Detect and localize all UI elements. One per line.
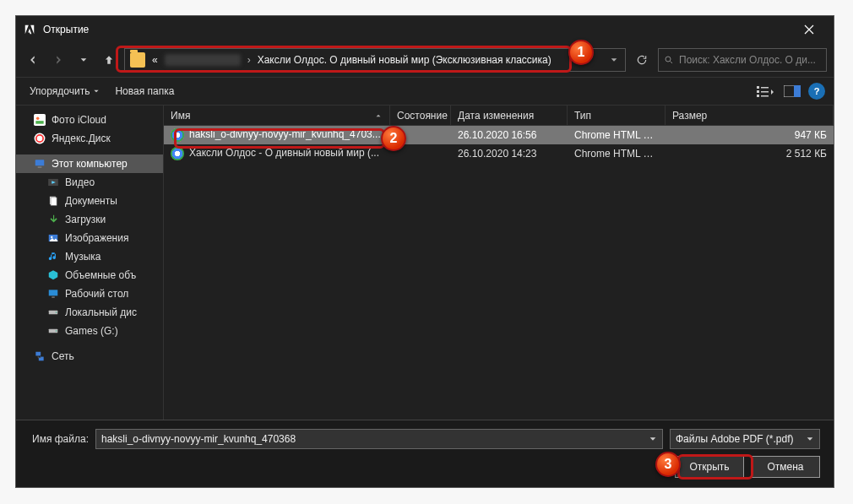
- breadcrumb-chevron[interactable]: [606, 52, 622, 68]
- col-size[interactable]: Размер: [666, 106, 834, 125]
- refresh-button[interactable]: [631, 49, 653, 71]
- search-input[interactable]: Поиск: Хаксли Олдос. О ди...: [658, 48, 827, 72]
- svg-point-0: [666, 57, 671, 62]
- col-date[interactable]: Дата изменения: [451, 106, 568, 125]
- help-button[interactable]: ?: [808, 83, 825, 100]
- nav-row: « › Хаксли Олдос. О дивный новый мир (Эк…: [16, 43, 834, 77]
- callout-3: 3: [655, 452, 681, 477]
- svg-rect-5: [761, 91, 769, 93]
- footer: Имя файла: haksli_o-divnyy-novyy-mir_kvu…: [16, 420, 834, 487]
- pictures-icon: [46, 231, 60, 245]
- col-type[interactable]: Тип: [568, 106, 666, 125]
- open-dialog: 1 2 3 Открытие « › Хаксли Олдос. О: [15, 15, 834, 488]
- svg-rect-2: [757, 90, 759, 93]
- back-button[interactable]: [23, 50, 43, 70]
- disk-icon: [46, 306, 60, 319]
- column-headers[interactable]: Имя Состояние Дата изменения Тип Размер: [164, 106, 834, 126]
- view-options-button[interactable]: [754, 83, 776, 100]
- file-row[interactable]: Хаксли Олдос - О дивный новый мир (... 2…: [164, 144, 834, 163]
- forward-button[interactable]: [48, 50, 68, 70]
- filetype-dropdown[interactable]: [802, 431, 818, 447]
- chrome-icon: [171, 147, 184, 160]
- breadcrumb-prefix: «: [152, 54, 158, 66]
- sidebar-item-music[interactable]: Музыка: [16, 247, 163, 266]
- recent-dropdown[interactable]: [73, 50, 94, 70]
- sidebar: Фото iCloud Яндекс.Диск Этот компьютер В…: [16, 106, 164, 420]
- svg-rect-6: [761, 95, 769, 97]
- breadcrumb-sep: ›: [247, 54, 251, 66]
- toolbar: Упорядочить Новая папка ?: [16, 77, 834, 106]
- svg-rect-22: [52, 297, 55, 298]
- svg-rect-3: [757, 95, 759, 97]
- chrome-icon: [171, 128, 184, 142]
- cancel-button[interactable]: Отмена: [751, 456, 820, 478]
- filetype-select[interactable]: Файлы Adobe PDF (*.pdf): [670, 429, 820, 449]
- svg-rect-9: [34, 114, 46, 126]
- close-button[interactable]: [791, 18, 827, 41]
- svg-point-20: [51, 236, 52, 238]
- sidebar-item-pictures[interactable]: Изображения: [16, 229, 163, 247]
- breadcrumb-hidden: [165, 54, 241, 66]
- col-state[interactable]: Состояние: [390, 106, 451, 125]
- sidebar-item-desktop[interactable]: Рабочий стол: [16, 285, 163, 303]
- filename-label: Имя файла:: [30, 433, 89, 445]
- documents-icon: [46, 194, 60, 208]
- sidebar-item-network[interactable]: Сеть: [16, 347, 163, 366]
- sidebar-item-documents[interactable]: Документы: [16, 192, 163, 210]
- breadcrumb-current: Хаксли Олдос. О дивный новый мир (Эксклю…: [258, 54, 551, 66]
- svg-point-24: [56, 312, 57, 312]
- desktop-icon: [46, 287, 60, 301]
- open-button[interactable]: Открыть: [675, 456, 744, 478]
- svg-rect-27: [35, 352, 41, 356]
- callout-2: 2: [381, 126, 406, 151]
- svg-point-26: [56, 330, 57, 331]
- callout-1: 1: [568, 40, 594, 65]
- downloads-icon: [46, 213, 60, 226]
- music-icon: [46, 250, 60, 263]
- svg-rect-8: [794, 85, 801, 97]
- new-folder-button[interactable]: Новая папка: [110, 84, 179, 99]
- filename-dropdown[interactable]: [645, 431, 660, 447]
- svg-rect-4: [761, 87, 769, 89]
- yandex-icon: [33, 132, 46, 145]
- video-icon: [46, 176, 60, 189]
- objects-3d-icon: [46, 268, 60, 282]
- organize-button[interactable]: Упорядочить: [24, 84, 105, 99]
- window-title: Открытие: [43, 24, 791, 35]
- file-list: Имя Состояние Дата изменения Тип Размер …: [164, 106, 834, 420]
- network-icon: [33, 350, 46, 363]
- filename-input[interactable]: haksli_o-divnyy-novyy-mir_kvunhq_470368: [95, 429, 663, 449]
- breadcrumb[interactable]: « › Хаксли Олдос. О дивный новый мир (Эк…: [124, 48, 626, 72]
- sidebar-item-downloads[interactable]: Загрузки: [16, 210, 163, 229]
- titlebar: Открытие: [16, 16, 834, 43]
- sidebar-item-yandex[interactable]: Яндекс.Диск: [16, 129, 163, 148]
- pc-icon: [33, 157, 46, 171]
- sidebar-item-videos[interactable]: Видео: [16, 173, 163, 192]
- up-button[interactable]: [99, 50, 119, 70]
- icloud-icon: [33, 113, 46, 127]
- folder-icon: [130, 52, 145, 68]
- sidebar-item-local-disk[interactable]: Локальный дис: [16, 303, 163, 322]
- svg-rect-11: [35, 121, 43, 124]
- svg-rect-21: [49, 290, 58, 295]
- search-icon: [664, 55, 674, 65]
- svg-rect-1: [757, 86, 759, 89]
- sidebar-item-3d[interactable]: Объемные объ: [16, 266, 163, 285]
- adobe-icon: [23, 23, 36, 36]
- search-placeholder: Поиск: Хаксли Олдос. О ди...: [679, 54, 816, 66]
- col-name[interactable]: Имя: [164, 106, 390, 125]
- sort-icon: [374, 111, 383, 120]
- svg-point-10: [36, 117, 40, 121]
- preview-pane-button[interactable]: [781, 83, 803, 100]
- disk-icon: [46, 324, 60, 338]
- svg-rect-15: [38, 167, 42, 168]
- file-row[interactable]: haksli_o-divnyy-novyy-mir_kvunhq_4703...…: [164, 126, 834, 144]
- sidebar-item-games[interactable]: Games (G:): [16, 322, 163, 340]
- svg-rect-18: [51, 198, 57, 205]
- sidebar-item-this-pc[interactable]: Этот компьютер: [16, 154, 163, 173]
- svg-rect-14: [35, 160, 45, 165]
- sidebar-item-icloud[interactable]: Фото iCloud: [16, 111, 163, 129]
